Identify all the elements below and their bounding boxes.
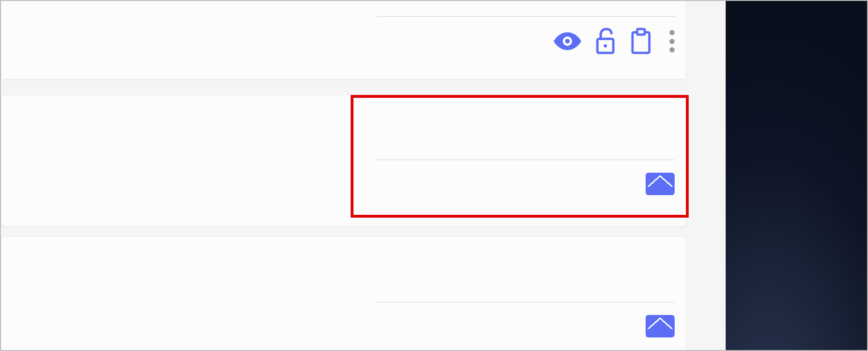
card-action-row [554,28,676,55]
card-divider [376,160,675,160]
card-icon-group [554,28,652,55]
more-vertical-icon[interactable] [668,29,676,54]
svg-rect-5 [637,29,645,35]
card-action-row [646,173,675,197]
card-action-row [646,315,675,339]
card-divider [376,302,675,302]
mail-icon [646,173,675,195]
clipboard-icon[interactable] [630,28,652,55]
viewport [0,0,868,351]
list-card [1,236,686,350]
selection-highlight [351,95,689,218]
card-divider [377,16,676,17]
svg-point-1 [565,39,570,44]
unlock-icon[interactable] [595,28,616,55]
list-card [1,95,686,227]
desktop-background [726,1,867,350]
mail-icon [646,315,675,337]
mail-button[interactable] [646,315,675,337]
view-icon[interactable] [554,32,581,51]
svg-point-3 [604,44,607,48]
mail-button[interactable] [646,173,675,195]
app-content-area [1,1,726,350]
list-card [1,1,686,80]
